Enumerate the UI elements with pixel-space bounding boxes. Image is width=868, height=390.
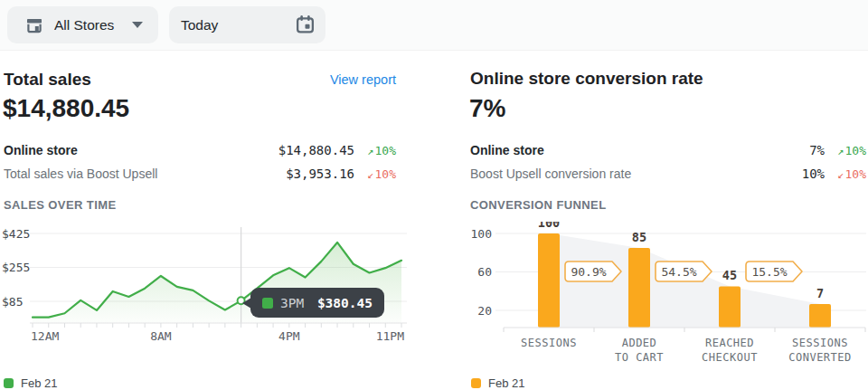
metric-delta: ↗10% — [837, 144, 866, 157]
conversion-funnel-heading: CONVERSION FUNNEL — [470, 198, 607, 212]
metric-row-online-store-conversion: Online store 7% ↗10% — [470, 141, 866, 161]
svg-text:60: 60 — [477, 265, 492, 279]
svg-text:$85: $85 — [2, 295, 23, 309]
svg-text:REACHED: REACHED — [705, 337, 754, 349]
svg-text:20: 20 — [477, 304, 492, 318]
svg-text:TO CART: TO CART — [615, 351, 664, 364]
delta-percent: 10% — [375, 144, 396, 157]
metric-label: Online store — [470, 143, 544, 157]
calendar-icon — [295, 14, 316, 35]
view-report-link[interactable]: View report — [330, 72, 396, 87]
chart-tooltip: 3PM $380.45 — [250, 288, 384, 318]
tooltip-value: $380.45 — [317, 296, 373, 310]
svg-text:85: 85 — [632, 230, 646, 244]
metric-row-online-store-sales: Online store $14,880.45 ↗10% — [4, 141, 396, 161]
metric-delta: ↙10% — [367, 167, 396, 181]
svg-text:$425: $425 — [2, 227, 30, 241]
metric-value: $3,953.16 — [286, 166, 354, 181]
sales-legend: Feb 21 — [4, 376, 57, 390]
svg-text:90.9%: 90.9% — [571, 265, 606, 279]
store-selector-label: All Stores — [54, 17, 114, 33]
svg-text:15.5%: 15.5% — [751, 265, 787, 279]
legend-swatch-icon — [4, 378, 14, 388]
metric-delta: ↙10% — [837, 167, 866, 181]
trend-up-icon: ↗ — [837, 145, 844, 157]
legend-label: Feb 21 — [21, 376, 57, 390]
tooltip-time: 3PM — [280, 296, 304, 310]
conversion-funnel-chart[interactable]: 10060201008545790.9%54.5%15.5%SESSIONSAD… — [470, 222, 868, 368]
svg-text:$255: $255 — [2, 261, 30, 274]
svg-text:4PM: 4PM — [278, 329, 300, 343]
svg-text:ADDED: ADDED — [622, 337, 657, 349]
svg-text:8AM: 8AM — [150, 329, 172, 343]
svg-text:SESSIONS: SESSIONS — [521, 337, 577, 349]
metric-delta: ↗10% — [367, 144, 396, 157]
total-sales-title: Total sales — [4, 70, 91, 90]
metric-label: Total sales via Boost Upsell — [4, 166, 157, 181]
metric-label: Online store — [4, 143, 78, 157]
funnel-legend: Feb 21 — [471, 376, 524, 390]
svg-text:11PM: 11PM — [376, 329, 404, 343]
delta-percent: 10% — [375, 167, 396, 181]
metric-value: 10% — [802, 166, 825, 181]
svg-text:12AM: 12AM — [31, 329, 59, 343]
svg-text:7: 7 — [816, 286, 824, 300]
sales-over-time-heading: SALES OVER TIME — [4, 198, 116, 212]
conversion-rate-title: Online store conversion rate — [470, 69, 703, 89]
trend-up-icon: ↗ — [367, 145, 373, 157]
date-selector-button[interactable]: Today — [169, 6, 326, 43]
delta-percent: 10% — [845, 167, 866, 181]
metric-row-boost-upsell-sales: Total sales via Boost Upsell $3,953.16 ↙… — [4, 165, 396, 185]
store-selector-button[interactable]: All Stores — [7, 6, 158, 43]
total-sales-value: $14,880.45 — [3, 94, 129, 123]
chevron-down-icon — [132, 22, 143, 28]
legend-label: Feb 21 — [488, 376, 524, 390]
store-icon — [25, 16, 43, 34]
legend-swatch-icon — [471, 378, 481, 388]
delta-percent: 10% — [845, 144, 866, 157]
series-swatch-icon — [262, 298, 273, 309]
analytics-dashboard: All Stores Today Total sales View report… — [0, 0, 868, 390]
toolbar: All Stores Today — [0, 0, 868, 51]
svg-text:100: 100 — [538, 222, 560, 230]
metric-label: Boost Upsell conversion rate — [470, 166, 631, 181]
svg-text:CONVERTED: CONVERTED — [788, 351, 852, 364]
metric-value: 7% — [809, 143, 825, 157]
svg-text:54.5%: 54.5% — [661, 265, 696, 279]
trend-down-icon: ↙ — [837, 168, 844, 181]
conversion-rate-value: 7% — [469, 94, 505, 123]
date-selector-label: Today — [181, 17, 218, 33]
svg-text:45: 45 — [722, 268, 737, 282]
metric-row-boost-upsell-conversion: Boost Upsell conversion rate 10% ↙10% — [470, 165, 866, 185]
trend-down-icon: ↙ — [367, 168, 373, 181]
metric-value: $14,880.45 — [278, 143, 354, 157]
svg-text:CHECKOUT: CHECKOUT — [702, 351, 758, 364]
svg-text:SESSIONS: SESSIONS — [792, 337, 848, 349]
svg-text:100: 100 — [471, 227, 492, 241]
